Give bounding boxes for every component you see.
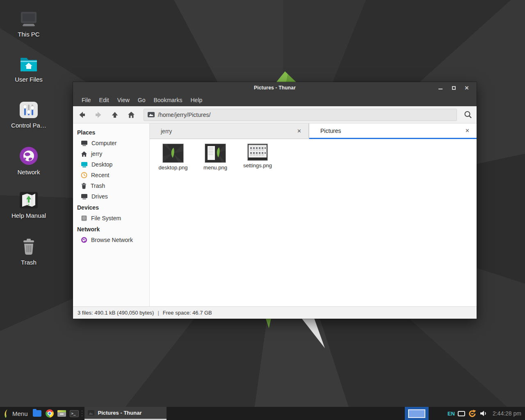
minimize-button[interactable]: [434, 82, 447, 94]
home-icon: [81, 151, 87, 157]
desktop-icon-control-panel[interactable]: Control Pa…: [7, 101, 50, 129]
desktop-icon-label: User Files: [15, 76, 43, 83]
sidebar-item-recent[interactable]: Recent: [73, 170, 149, 180]
thunar-window-icon: [88, 410, 94, 415]
network-globe-icon: [19, 146, 39, 166]
menu-view[interactable]: View: [113, 94, 134, 106]
home-icon: [127, 111, 135, 119]
path-bar[interactable]: /home/jerry/Pictures/: [144, 109, 457, 121]
desktop-icon-label: This PC: [18, 31, 39, 38]
taskbar-window-label: Pictures - Thunar: [98, 410, 142, 416]
sidebar-item-desktop[interactable]: Desktop: [73, 159, 149, 170]
harddisk-icon: [81, 215, 87, 221]
menu-go[interactable]: Go: [134, 94, 150, 106]
chrome-launcher[interactable]: [43, 407, 56, 420]
sidebar-item-label: Trash: [91, 183, 105, 189]
sidebar-header-devices: Devices: [73, 202, 149, 213]
home-button[interactable]: [123, 107, 139, 122]
desktop-icon-label: Trash: [21, 259, 37, 266]
tab-label: jerry: [150, 128, 172, 135]
sidebar-header-places: Places: [73, 127, 149, 138]
close-button[interactable]: ✕: [460, 82, 473, 94]
back-button[interactable]: [74, 107, 90, 122]
menu-label: Menu: [12, 410, 28, 417]
status-files-summary: 3 files: 490.1 kB (490,050 bytes): [78, 310, 154, 316]
menu-png-thumbnail: [205, 144, 226, 162]
file-name: settings.png: [243, 162, 272, 169]
sidebar-item-trash[interactable]: Trash: [73, 180, 149, 191]
file-menu-png[interactable]: menu.png: [196, 143, 235, 171]
desktop-icon-help-manual[interactable]: Help Manual: [7, 191, 50, 219]
desktop-icon-label: Control Pa…: [11, 122, 46, 129]
sidebar-item-drives[interactable]: Drives: [73, 191, 149, 202]
volume-tray-button[interactable]: [479, 410, 487, 417]
panel-handle[interactable]: [80, 407, 84, 420]
desktop-icon-user-files[interactable]: User Files: [7, 56, 50, 83]
path-text: /home/jerry/Pictures/: [158, 112, 210, 118]
tab-pictures[interactable]: Pictures ✕: [309, 123, 477, 139]
menu-bookmarks[interactable]: Bookmarks: [149, 94, 186, 106]
workspace-pager[interactable]: [405, 407, 429, 420]
tab-close-icon[interactable]: ✕: [295, 127, 303, 135]
update-sync-icon: [468, 409, 477, 418]
forward-arrow-icon: [94, 111, 103, 119]
sidebar-item-label: Drives: [91, 193, 108, 200]
drives-icon: [81, 194, 88, 200]
sidebar-item-file-system[interactable]: File System: [73, 213, 149, 224]
taskbar: Menu >_ Pictures - Thunar EN: [0, 407, 525, 420]
taskbar-window-button[interactable]: Pictures - Thunar: [84, 407, 167, 420]
speaker-icon: [479, 410, 487, 417]
wallpaper-white-blade: [299, 316, 325, 349]
desktop-icon-this-pc[interactable]: This PC: [7, 11, 50, 38]
menu-file[interactable]: File: [78, 94, 95, 106]
clock[interactable]: 2:44:28 pm: [493, 410, 521, 417]
tab-jerry[interactable]: jerry ✕: [150, 123, 309, 139]
sidebar: Places Computer jerry Desktop: [73, 123, 150, 306]
window-title: Pictures - Thunar: [254, 85, 296, 91]
minimize-icon: [438, 89, 443, 89]
menu-help[interactable]: Help: [187, 94, 207, 106]
sidebar-item-browse-network[interactable]: Browse Network: [73, 235, 149, 245]
status-free-space: Free space: 46.7 GB: [163, 310, 212, 316]
close-icon: ✕: [465, 85, 469, 91]
globe-icon: [81, 237, 87, 243]
terminal-launcher[interactable]: >_: [68, 407, 80, 420]
desktop-icon-label: Network: [17, 169, 40, 176]
menu-edit[interactable]: Edit: [95, 94, 113, 106]
sidebar-item-computer[interactable]: Computer: [73, 138, 149, 148]
desktop-icon-network[interactable]: Network: [7, 146, 50, 176]
file-view[interactable]: desktop.png menu.png: [150, 139, 477, 306]
titlebar[interactable]: Pictures - Thunar ✕: [73, 82, 477, 94]
file-name: desktop.png: [159, 164, 188, 171]
maximize-button[interactable]: [447, 82, 460, 94]
tab-close-icon[interactable]: ✕: [463, 127, 471, 135]
system-tray: EN 2:44:28 pm: [447, 409, 525, 418]
keyboard-layout-indicator[interactable]: EN: [447, 411, 455, 417]
desktop-icon: [81, 162, 88, 168]
status-divider: |: [158, 310, 159, 316]
trash-can-icon: [19, 237, 39, 256]
forward-button[interactable]: [90, 107, 107, 122]
sidebar-item-home[interactable]: jerry: [73, 148, 149, 159]
search-icon: [463, 110, 472, 119]
file-settings-png[interactable]: settings.png: [238, 143, 277, 169]
up-button[interactable]: [107, 107, 123, 122]
sidebar-item-label: Computer: [91, 140, 116, 146]
wallpaper-green-peak: [275, 71, 297, 83]
active-workspace: [408, 409, 425, 418]
update-tray-button[interactable]: [468, 409, 477, 418]
sidebar-header-network: Network: [73, 224, 149, 235]
files-launcher[interactable]: [31, 407, 43, 420]
file-desktop-png[interactable]: desktop.png: [153, 143, 193, 171]
display-tray-icon[interactable]: [458, 411, 465, 416]
picture-file-icon: [148, 112, 155, 117]
tab-label: Pictures: [309, 128, 341, 134]
settings-png-thumbnail: [248, 144, 267, 160]
tab-bar: jerry ✕ Pictures ✕: [150, 123, 477, 139]
start-menu-button[interactable]: Menu: [0, 407, 31, 420]
help-manual-icon: [19, 191, 39, 209]
terminal-icon: >_: [70, 410, 79, 417]
search-button[interactable]: [460, 107, 476, 122]
archive-launcher[interactable]: [56, 407, 68, 420]
desktop-icon-trash[interactable]: Trash: [7, 237, 50, 266]
